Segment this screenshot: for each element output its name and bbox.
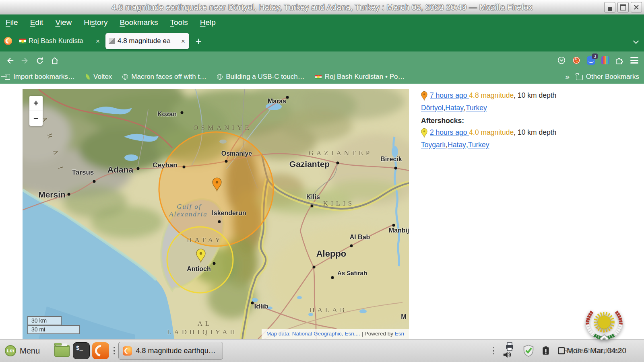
extensions-puzzle-icon[interactable] [615,56,624,65]
close-icon [634,4,639,10]
menu-history[interactable]: History [84,18,107,27]
map-city-ceyhan: Ceyhan [153,161,177,169]
duckduckgo-icon[interactable] [572,56,581,65]
firefox-logo-icon[interactable] [4,37,12,45]
map-city-dot [331,276,334,279]
map-region-halab: HALAB [310,306,347,314]
earthquake-info-panel: 7 hours ago 4.8 magnitude, 10 km depth D… [421,90,634,152]
folder-icon [576,75,583,80]
maximize-button[interactable] [617,2,629,12]
aftershock-pin-icon [421,128,427,138]
map-city-as-safirah: As Safirah [337,269,367,276]
map-city-dot [313,266,316,269]
taskbar-clock[interactable]: Mon 6 Mar, 04:20 [567,346,626,355]
menu-edit[interactable]: Edit [30,18,43,27]
text-segment: , 10 km depth [514,128,556,136]
extension-blue-icon[interactable]: 3 [587,56,595,65]
back-button[interactable] [6,56,14,65]
link[interactable]: Map data: National Geographic, Esri,... [266,331,360,337]
bookmarks-overflow-chevron[interactable]: » [565,72,570,81]
import-icon [5,74,10,80]
menu-file[interactable]: File [6,18,18,27]
map-city-kozan: Kozan [157,111,177,118]
menu-view[interactable]: View [55,18,72,27]
map-city-antioch: Antioch [187,265,211,273]
link[interactable]: Esri [395,331,404,337]
clipboard-alert-icon[interactable] [541,345,551,356]
map-city-m: M [401,313,406,321]
bookmark-item[interactable]: Import bookmarks… [5,73,75,81]
taskbar-window-button[interactable]: 4.8 magnitude earthqu… [118,342,223,360]
navigation-toolbar: https://earthquaketrack.com/quakes/2023-… [0,51,644,70]
taskbar: Lm Menu $_ 4.8 magnitude earthqu… [0,339,644,362]
tab-roj-bash-kurdistan[interactable]: Roj Bash Kurdista × [16,33,104,49]
link[interactable]: Hatay [445,103,464,113]
map-city-dot [218,220,221,223]
bookmark-label: Import bookmarks… [13,73,75,81]
bookmark-item[interactable]: Roj Bash Kurdistan • Po… [315,73,405,81]
bookmark-item[interactable]: Building a USB-C touch… [217,73,305,81]
map-region-al: AL [198,320,213,328]
map-zoom-out-button[interactable]: − [29,111,43,126]
tab-label: Roj Bash Kurdista [29,37,83,45]
update-shield-icon[interactable] [522,343,535,358]
forward-button[interactable] [21,56,29,65]
map-city-maras: Maras [268,98,286,105]
bookmarks-toolbar: Import bookmarks…VoltexMacron faces off … [0,70,644,84]
file-manager-launcher[interactable] [54,342,70,359]
link[interactable]: Turkey [466,103,487,113]
map-city-dot [213,262,216,265]
reload-button[interactable] [35,56,44,65]
map-zoom-in-button[interactable]: + [29,96,43,111]
tab-close-icon[interactable]: × [180,38,186,45]
text-segment: 4.0 magnitude [469,128,514,136]
terminal-launcher[interactable]: $_ [73,342,90,359]
menu-tools[interactable]: Tools [170,18,188,27]
tab-label: 4.8 magnitude ea [118,37,170,45]
map-city-dot [225,160,228,163]
map-city-idlib: Idlib [254,302,268,311]
close-button[interactable] [631,2,642,12]
minimize-button[interactable] [604,2,615,12]
tab-earthquake-active[interactable]: 4.8 magnitude ea × [105,33,189,49]
bookmark-item[interactable]: Macron faces off with t… [122,73,206,81]
bookmark-item[interactable]: Voltex [85,73,112,81]
map-water-alexandria: Alexandria [169,210,208,218]
tab-close-icon[interactable]: × [95,38,101,45]
link[interactable]: Dörtyol [421,103,443,113]
map-region-kilis: KILIS [323,200,355,208]
map-region-gaziantep: GAZIANTEP [309,149,372,157]
volume-icon[interactable] [503,350,512,359]
map-region-a-r-a-i: A R A I [40,116,66,175]
link[interactable]: 2 hours ago [430,128,469,136]
map-city-dot [392,224,395,227]
map-city-dot [286,96,289,99]
tray-handle[interactable] [493,347,495,355]
map-city-birecik: Birecik [380,156,402,163]
link[interactable]: Hatay [448,140,466,150]
menu-bookmarks[interactable]: Bookmarks [120,18,158,27]
map-city-osmaniye: Osmaniye [221,150,252,157]
new-tab-button[interactable]: + [196,35,202,47]
home-button[interactable] [50,56,59,65]
menu-hamburger-icon[interactable] [630,57,638,63]
link[interactable]: Turkey [468,140,489,150]
menubar: FileEditViewHistoryBookmarksToolsHelp [0,14,644,31]
extension-stripes-icon[interactable] [601,56,609,64]
firefox-launcher[interactable] [92,342,109,359]
text-segment: 4.8 magnitude [469,91,514,99]
window-list-handle[interactable] [114,347,115,355]
window-titlebar[interactable]: 4.8 magnitude earthquake near Dörtyol, H… [0,0,644,15]
earthquake-map[interactable]: MarasKozanOsmaniyeCeyhanAdanaTarsusMersi… [23,89,409,339]
map-city-dot [68,193,70,196]
pocket-icon[interactable] [557,56,566,65]
chevron-down-icon[interactable] [634,39,638,43]
link[interactable]: 7 hours ago [430,91,469,99]
other-bookmarks-button[interactable]: Other Bookmarks [576,73,639,81]
map-city-dot [181,111,184,114]
map-city-dot [350,245,353,247]
globe-icon [122,74,128,80]
link[interactable]: Toygarlı [421,140,446,150]
mint-menu-button[interactable]: Lm Menu [0,339,45,362]
menu-help[interactable]: Help [200,18,216,27]
